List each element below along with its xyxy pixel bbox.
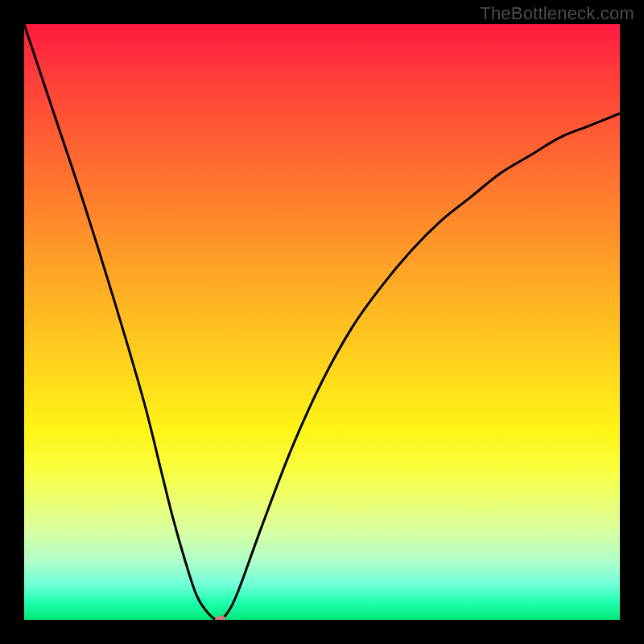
bottleneck-curve [24,24,620,620]
chart-frame: TheBottleneck.com [0,0,644,644]
plot-area [24,24,620,620]
optimal-point-marker [215,616,226,621]
curve-svg [24,24,620,620]
watermark-text: TheBottleneck.com [480,3,634,24]
